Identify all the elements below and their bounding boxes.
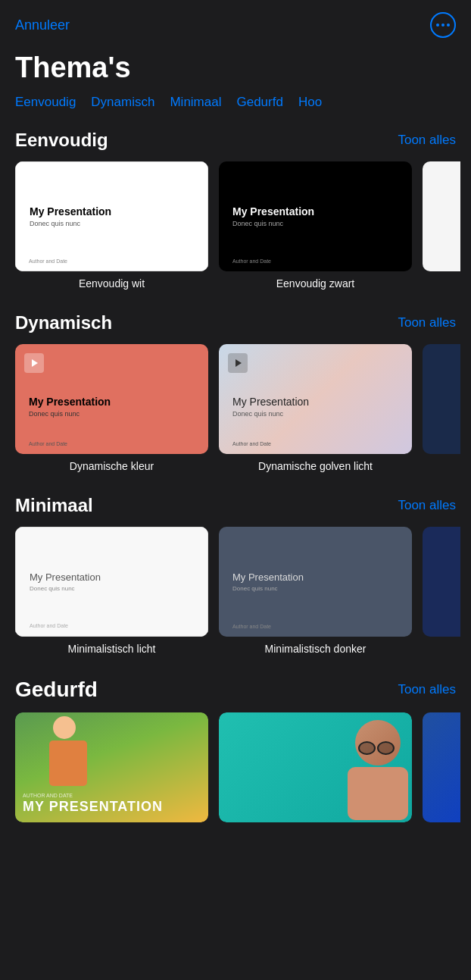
svg-point-1 [441, 23, 444, 27]
template-card-minimalistisch-licht[interactable]: My Presentation Donec quis nunc Author a… [15, 527, 208, 655]
section-header-gedurfd: Gedurfd Toon alles [15, 678, 456, 702]
template-thumb-partial [423, 712, 460, 822]
thumb-subtitle: Donec quis nunc [232, 220, 398, 227]
template-card-gedurfd-1[interactable]: AUTHOR AND DATE MY PRESENTATION [15, 712, 208, 822]
svg-point-2 [447, 23, 450, 27]
thumb-title: My Presentation [29, 396, 195, 408]
template-thumb-minimalistisch-donker: My Presentation Donec quis nunc Author a… [219, 527, 412, 637]
thumb-author: Author and Date [232, 624, 271, 629]
thumb-subtitle: Donec quis nunc [30, 220, 194, 227]
template-card-eenvoudig-zwart[interactable]: My Presentation Donec quis nunc Author a… [219, 161, 412, 290]
template-card-minimalistisch-donker[interactable]: My Presentation Donec quis nunc Author a… [219, 527, 412, 655]
filter-tab-eenvoudig[interactable]: Eenvoudig [15, 95, 76, 110]
thumb-author: Author and Date [232, 258, 271, 264]
section-dynamisch: Dynamisch Toon alles My Presentation Don… [0, 305, 471, 487]
template-label-minimalistisch-donker: Minimalistisch donker [265, 643, 367, 655]
thumb-author: Author and Date [30, 623, 68, 628]
template-row-gedurfd: AUTHOR AND DATE MY PRESENTATION [15, 712, 456, 822]
template-label-minimalistisch-licht: Minimalistisch licht [68, 643, 156, 655]
cancel-button[interactable]: Annuleer [15, 17, 70, 33]
filter-tabs: Eenvoudig Dynamisch Minimaal Gedurfd Hoo [0, 95, 471, 122]
template-card-dynamische-golven[interactable]: My Presentation Donec quis nunc Author a… [219, 344, 412, 472]
header: Annuleer [0, 0, 471, 44]
thumb-author: Author and Date [232, 441, 271, 446]
template-thumb-eenvoudig-wit: My Presentation Donec quis nunc Author a… [15, 161, 208, 271]
template-row-minimaal: My Presentation Donec quis nunc Author a… [15, 527, 456, 655]
play-icon [24, 353, 44, 373]
template-card-eenvoudig-wit[interactable]: My Presentation Donec quis nunc Author a… [15, 161, 208, 290]
page-title: Thema's [0, 44, 471, 95]
filter-tab-dynamisch[interactable]: Dynamisch [91, 95, 154, 110]
template-card-dynamische-kleur[interactable]: My Presentation Donec quis nunc Author a… [15, 344, 208, 472]
show-all-gedurfd[interactable]: Toon alles [398, 682, 456, 697]
thumb-title: My Presentation [232, 396, 398, 408]
show-all-dynamisch[interactable]: Toon alles [398, 315, 456, 330]
template-card-eenvoudig-partial[interactable] [423, 161, 460, 290]
section-eenvoudig: Eenvoudig Toon alles My Presentation Don… [0, 122, 471, 305]
thumb-title: My Presentation [232, 205, 398, 218]
template-row-eenvoudig: My Presentation Donec quis nunc Author a… [15, 161, 456, 290]
template-thumb-dynamische-kleur: My Presentation Donec quis nunc Author a… [15, 344, 208, 454]
section-title-minimaal: Minimaal [15, 495, 93, 516]
filter-tab-gedurfd[interactable]: Gedurfd [236, 95, 282, 110]
template-thumb-dynamische-golven: My Presentation Donec quis nunc Author a… [219, 344, 412, 454]
section-header-eenvoudig: Eenvoudig Toon alles [15, 130, 456, 151]
template-thumb-partial [423, 161, 460, 271]
section-gedurfd: Gedurfd Toon alles AUTHOR AND DATE [0, 670, 471, 822]
filter-tab-hoo[interactable]: Hoo [298, 95, 322, 110]
thumb-title: My Presentation [30, 571, 194, 583]
filter-tab-minimaal[interactable]: Minimaal [170, 95, 221, 110]
show-all-eenvoudig[interactable]: Toon alles [398, 133, 456, 148]
template-thumb-minimalistisch-licht: My Presentation Donec quis nunc Author a… [15, 527, 208, 637]
thumb-author: Author and Date [29, 441, 67, 446]
template-card-dynamisch-partial[interactable] [423, 344, 460, 472]
section-header-minimaal: Minimaal Toon alles [15, 495, 456, 516]
thumb-title: My Presentation [232, 571, 398, 583]
more-options-button[interactable] [430, 12, 456, 38]
play-icon [228, 353, 248, 373]
template-label-eenvoudig-zwart: Eenvoudig zwart [276, 277, 355, 290]
section-title-dynamisch: Dynamisch [15, 312, 112, 333]
template-label-dynamische-golven: Dynamische golven licht [258, 460, 373, 472]
template-card-gedurfd-partial[interactable] [423, 712, 460, 822]
svg-point-0 [436, 23, 439, 27]
section-header-dynamisch: Dynamisch Toon alles [15, 312, 456, 333]
thumb-subtitle: Donec quis nunc [232, 410, 398, 418]
template-thumb-partial [423, 344, 460, 454]
template-card-gedurfd-2[interactable] [219, 712, 412, 822]
template-thumb-gedurfd-1: AUTHOR AND DATE MY PRESENTATION [15, 712, 208, 822]
template-thumb-partial [423, 527, 460, 637]
template-card-minimaal-partial[interactable] [423, 527, 460, 655]
thumb-subtitle: Donec quis nunc [232, 585, 398, 592]
section-title-gedurfd: Gedurfd [15, 678, 98, 702]
thumb-subtitle: Donec quis nunc [30, 585, 194, 592]
template-row-dynamisch: My Presentation Donec quis nunc Author a… [15, 344, 456, 472]
show-all-minimaal[interactable]: Toon alles [398, 498, 456, 513]
template-thumb-eenvoudig-zwart: My Presentation Donec quis nunc Author a… [219, 161, 412, 271]
thumb-subtitle: Donec quis nunc [29, 410, 195, 418]
section-minimaal: Minimaal Toon alles My Presentation Done… [0, 487, 471, 670]
thumb-author: Author and Date [29, 258, 67, 264]
section-title-eenvoudig: Eenvoudig [15, 130, 108, 151]
template-thumb-gedurfd-2 [219, 712, 412, 822]
template-label-eenvoudig-wit: Eenvoudig wit [79, 277, 145, 290]
thumb-title: My Presentation [30, 205, 194, 218]
template-label-dynamische-kleur: Dynamische kleur [70, 460, 154, 472]
